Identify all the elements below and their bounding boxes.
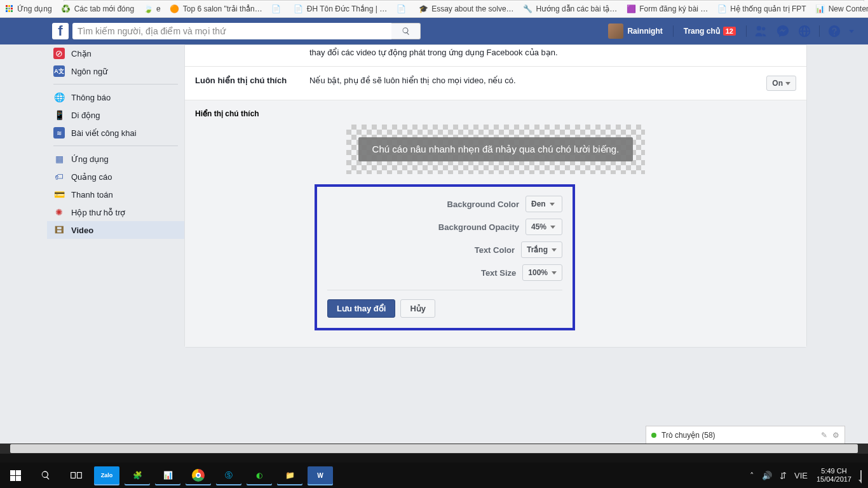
action-center-button[interactable] [857,471,865,480]
support-icon: ✺ [53,207,65,218]
sidebar-label: Thanh toán [71,190,113,200]
bookmark-item[interactable]: 📄 [396,4,409,14]
start-button[interactable] [0,463,31,488]
text-color-label: Text Color [327,245,521,255]
sidebar-item-apps[interactable]: ▦Ứng dụng [47,150,184,168]
sidebar-item-support-inbox[interactable]: ✺Hộp thư hỗ trợ [47,203,184,221]
bg-color-label: Background Color [327,200,526,209]
always-caption-row: Luôn hiển thị chú thích Nếu bật, phụ đề … [185,66,806,100]
bookmark-item[interactable]: 🟪Form đăng ký bài … [626,4,708,14]
fb-logo-icon[interactable]: f [52,23,69,39]
bookmark-label: New Content Work 20… [829,4,868,13]
caption-actions: Lưu thay đổi Hủy [327,290,562,318]
display-caption-label: Hiển thị chú thích [195,109,796,118]
bookmark-item[interactable]: 📊New Content Work 20… [815,4,868,14]
sidebar-label: Ứng dụng [71,154,109,164]
settings-sidebar: ⊘Chặn A文Ngôn ngữ 🌐Thông báo 📱Di động ≋Bà… [47,44,184,444]
divider [819,25,820,37]
home-link[interactable]: Trang chủ 12 [677,27,742,36]
sidebar-label: Video [71,226,93,235]
task-view-icon [71,471,82,480]
home-badge: 12 [723,27,736,36]
sidebar-item-block[interactable]: ⊘Chặn [47,44,184,62]
help-icon [827,24,841,38]
taskbar-app-coccoc[interactable]: ◐ [247,466,272,484]
chevron-down-icon [550,203,555,206]
select-value: Đen [531,200,546,208]
text-size-select[interactable]: 100% [522,264,562,281]
text-size-row: Text Size 100% [327,264,562,281]
messages-button[interactable] [772,24,794,38]
sidebar-item-mobile[interactable]: 📱Di động [47,106,184,124]
sidebar-item-notifications[interactable]: 🌐Thông báo [47,88,184,106]
settings-menu-button[interactable] [845,30,858,33]
friends-icon [754,24,768,38]
tray-chevron-up-icon[interactable]: ˄ [746,471,758,480]
browser-horizontal-scrollbar[interactable] [0,444,868,454]
bookmark-item[interactable]: 🍃e [143,4,161,14]
gear-icon[interactable]: ⚙ [832,431,839,440]
caption-preview-text: Chú cáo nâu nhanh nhẹn đã nhảy qua chú c… [358,137,634,161]
bookmark-item[interactable]: 📄 [271,4,285,14]
apps-shortcut[interactable]: Ứng dụng [4,4,52,14]
tray-language[interactable]: VIE [790,471,811,480]
save-button[interactable]: Lưu thay đổi [327,299,395,318]
tray-clock[interactable]: 5:49 CH 15/04/2017 [811,467,857,483]
notification-icon [860,470,862,481]
chevron-down-icon [552,271,557,274]
text-color-select[interactable]: Trắng [521,241,562,258]
address-bar-placeholder [64,0,864,1]
notifications-button[interactable] [794,24,815,38]
leaf-icon: 🍃 [143,4,153,14]
search-button[interactable] [31,463,61,488]
taskbar-left: Zalo 🧩 📊 Ⓢ ◐ 📁 W [0,463,336,488]
search-button[interactable] [391,23,421,39]
caption-settings-highlight: Background Color Đen Background Opacity … [315,184,575,330]
search-wrap [72,23,421,39]
bookmark-item[interactable]: 📄ĐH Tôn Đức Thắng | … [294,4,387,14]
chat-dock[interactable]: Trò chuyện (58) ✎ ⚙ [646,426,845,444]
bookmark-label: ĐH Tôn Đức Thắng | … [307,4,387,13]
friend-requests-button[interactable] [750,24,772,38]
tray-volume-icon[interactable]: 🔊 [758,471,776,480]
doc-icon: 📄 [717,4,727,14]
bookmark-item[interactable]: 🟠Top 6 salon "trải thẳn… [170,4,262,14]
divider [673,25,674,37]
taskbar-app-explorer[interactable]: 📁 [277,466,302,484]
taskbar-app-word[interactable]: W [308,466,333,484]
bg-opacity-label: Background Opacity [327,222,526,232]
tray-network-icon[interactable]: ⇵ [776,471,790,480]
sidebar-item-language[interactable]: A文Ngôn ngữ [47,62,184,80]
taskbar-app-zalo[interactable]: Zalo [94,466,119,484]
toggle-value: On [772,79,783,88]
always-caption-toggle[interactable]: On [766,76,796,91]
taskbar-app-skype[interactable]: Ⓢ [216,466,241,484]
taskbar-app-chrome[interactable] [186,466,211,484]
taskbar-app-powerpoint[interactable]: 📊 [155,466,180,484]
bookmark-item[interactable]: 🔧Hướng dẫn các bài tậ… [523,4,618,14]
bookmark-item[interactable]: 🎓Essay about the solve… [418,4,513,14]
cancel-button[interactable]: Hủy [400,299,435,318]
chevron-down-icon [849,30,854,33]
profile-link[interactable]: Rainnight [602,23,668,39]
page-body: f Rainnight Trang chủ 12 [0,18,868,444]
bg-opacity-row: Background Opacity 45% [327,219,562,235]
bookmark-item[interactable]: ♻️Các tab mới đóng [61,4,134,14]
fb-header: f Rainnight Trang chủ 12 [0,18,868,44]
task-view-button[interactable] [61,463,92,488]
select-value: Trắng [527,245,548,254]
sidebar-label: Quảng cáo [71,172,112,182]
bg-color-select[interactable]: Đen [526,196,562,212]
sidebar-item-payments[interactable]: 💳Thanh toán [47,186,184,203]
block-icon: ⊘ [53,48,65,59]
help-button[interactable] [824,24,845,38]
bookmark-item[interactable]: 📄Hệ thống quản trị FPT [717,4,806,14]
form-icon: 🟪 [626,4,636,14]
sidebar-item-ads[interactable]: 🏷Quảng cáo [47,168,184,186]
sidebar-item-video[interactable]: 🎞Video [47,221,184,239]
bg-opacity-select[interactable]: 45% [526,219,562,235]
sidebar-item-public-posts[interactable]: ≋Bài viết công khai [47,124,184,142]
compose-icon[interactable]: ✎ [821,431,827,440]
search-input[interactable] [72,23,391,39]
taskbar-app-generic[interactable]: 🧩 [125,466,150,484]
